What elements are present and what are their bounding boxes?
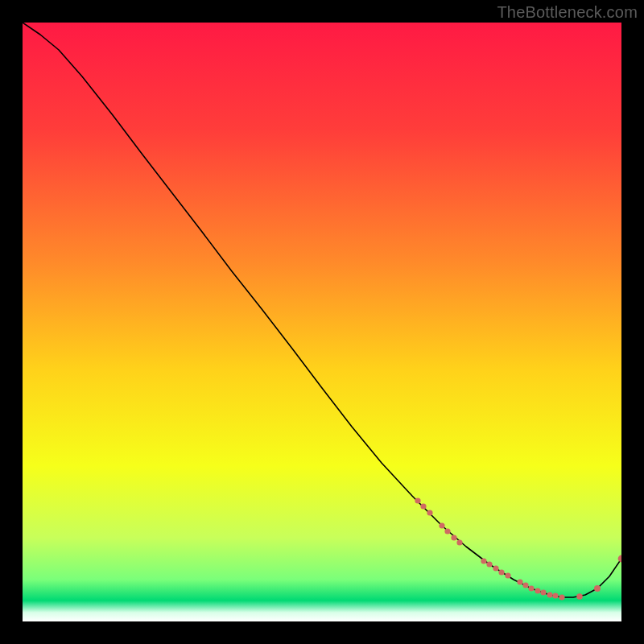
gradient-background — [23, 23, 621, 621]
highlight-dot — [522, 582, 528, 588]
highlight-dot — [540, 589, 546, 595]
watermark-text: TheBottleneck.com — [497, 3, 638, 22]
highlight-dot — [547, 592, 552, 597]
highlight-dot — [552, 592, 558, 598]
highlight-dot — [505, 572, 510, 578]
highlight-dot — [576, 593, 583, 600]
highlight-dot — [528, 585, 534, 591]
highlight-dot — [444, 528, 450, 534]
highlight-dot — [594, 585, 601, 592]
highlight-dot — [498, 569, 504, 575]
highlight-dot — [486, 561, 492, 567]
highlight-dot — [559, 594, 564, 600]
highlight-dot — [481, 558, 486, 564]
highlight-dot — [535, 588, 540, 593]
highlight-dot — [517, 579, 522, 584]
highlight-dot — [493, 565, 498, 571]
highlight-dot — [439, 522, 444, 528]
highlight-dot — [415, 497, 420, 503]
highlight-dot — [427, 510, 432, 515]
highlight-dot — [456, 539, 462, 545]
chart-svg — [23, 23, 621, 621]
plot-area — [23, 23, 621, 621]
highlight-dot — [451, 535, 456, 540]
highlight-dot — [420, 503, 426, 509]
